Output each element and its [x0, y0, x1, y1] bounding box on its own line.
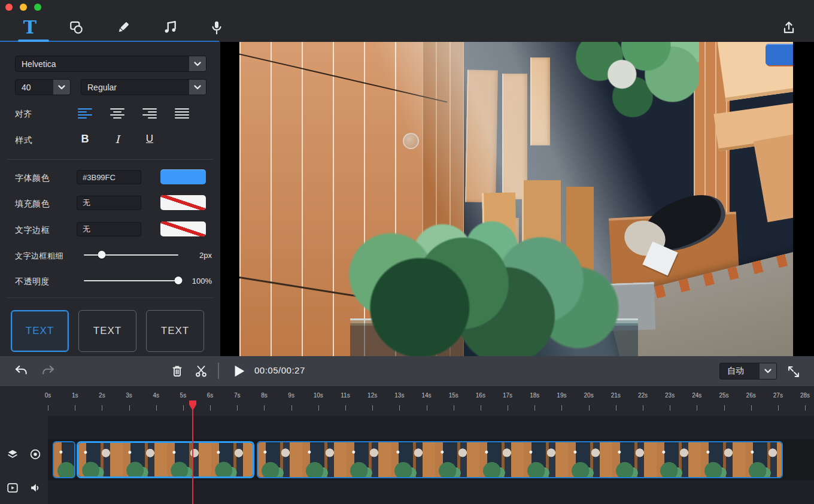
clip-thumbnail: [612, 442, 657, 477]
italic-button[interactable]: I: [110, 132, 124, 146]
ruler-tick-label: 9s: [288, 392, 294, 399]
font-style-select[interactable]: Regular: [81, 79, 206, 95]
audio-track-lane[interactable]: [48, 481, 814, 504]
preview-glass-bubble: [403, 133, 419, 149]
ruler-tick: [454, 405, 454, 411]
clip-thumbnail: [123, 443, 167, 476]
playhead-line: [192, 402, 193, 504]
clip-thumbnail: [167, 443, 211, 476]
microphone-icon: [209, 20, 224, 35]
fill-color-swatch[interactable]: [160, 195, 206, 210]
timeline-clip-selected[interactable]: [77, 441, 254, 478]
ruler-tick-label: 15s: [449, 392, 458, 399]
ruler-tick-label: 11s: [341, 392, 350, 399]
slider-handle[interactable]: [175, 277, 183, 284]
timeline-zoom-select[interactable]: 自动: [719, 363, 777, 379]
trash-icon: [170, 364, 184, 378]
ruler-tick: [616, 405, 616, 411]
track-visibility-toggle[interactable]: [29, 448, 42, 461]
text-tool-icon: T: [23, 19, 37, 37]
text-preset-2[interactable]: TEXT: [78, 310, 136, 352]
ruler-tick-label: 4s: [153, 392, 159, 399]
undo-button[interactable]: [11, 361, 31, 381]
playhead[interactable]: [188, 400, 198, 412]
text-presets: TEXT TEXT TEXT: [11, 310, 204, 352]
split-clip-button[interactable]: [191, 361, 211, 381]
timeline-clip[interactable]: [257, 441, 783, 478]
border-width-slider[interactable]: [84, 249, 178, 261]
align-center-button[interactable]: [110, 107, 124, 120]
align-label: 对齐: [15, 109, 32, 120]
timeline-clip[interactable]: [53, 441, 75, 478]
fullscreen-timeline-button[interactable]: [784, 362, 803, 381]
style-label: 样式: [15, 135, 32, 146]
ruler-tick: [129, 405, 130, 411]
timeline-ruler[interactable]: 0s1s2s3s4s5s6s7s8s9s10s11s12s13s14s15s16…: [0, 386, 814, 416]
video-track-button[interactable]: [6, 481, 19, 494]
delete-clip-button[interactable]: [167, 361, 187, 381]
tab-text[interactable]: T: [18, 16, 42, 40]
clip-thumbnail: [347, 442, 391, 477]
tab-voiceover[interactable]: [205, 16, 229, 40]
border-width-label: 文字边框粗细: [15, 251, 63, 262]
text-preset-3[interactable]: TEXT: [146, 310, 204, 352]
player-bar: 00:05/00:27 自动: [0, 356, 814, 386]
expand-icon: [786, 365, 801, 379]
fill-color-label: 填充颜色: [15, 199, 50, 210]
bold-button[interactable]: B: [78, 132, 92, 146]
overlay-track-button[interactable]: [6, 448, 19, 461]
align-left-button[interactable]: [78, 107, 92, 120]
text-border-swatch[interactable]: [160, 221, 206, 236]
play-button[interactable]: [229, 361, 249, 381]
font-color-input[interactable]: #3B99FC: [77, 170, 141, 184]
ruler-tick-label: 28s: [800, 392, 810, 399]
align-justify-button[interactable]: [175, 107, 189, 120]
clip-thumbnail: [701, 442, 745, 477]
opacity-slider[interactable]: [84, 275, 178, 287]
ruler-tick: [778, 405, 779, 411]
pencil-icon: [116, 20, 131, 35]
redo-button[interactable]: [38, 361, 59, 381]
slider-handle[interactable]: [98, 251, 106, 259]
text-preset-1[interactable]: TEXT: [11, 310, 69, 352]
ruler-tick: [156, 405, 157, 411]
ruler-tick-label: 0s: [45, 392, 51, 399]
fill-color-input[interactable]: 无: [77, 196, 141, 210]
align-right-button[interactable]: [142, 107, 157, 120]
font-size-select[interactable]: 40: [15, 79, 71, 95]
preview-potted-plant: [566, 42, 699, 136]
ruler-tick: [48, 405, 48, 411]
ruler-tick: [481, 405, 481, 411]
opacity-label: 不透明度: [15, 277, 50, 287]
font-family-select[interactable]: Helvetica: [15, 56, 206, 72]
underline-button[interactable]: U: [142, 132, 157, 146]
ruler-tick: [751, 405, 752, 411]
ruler-tick: [210, 405, 211, 411]
close-button[interactable]: [5, 4, 13, 11]
overlay-track-lane[interactable]: [48, 416, 814, 439]
tab-music[interactable]: [158, 16, 182, 40]
ruler-tick: [399, 405, 400, 411]
ruler-tick-label: 17s: [503, 392, 512, 399]
track-header-gutter: [0, 416, 48, 504]
ruler-tick-label: 12s: [367, 392, 377, 399]
ruler-tick: [318, 405, 319, 411]
minimize-button[interactable]: [20, 4, 27, 11]
text-border-input[interactable]: 无: [77, 222, 141, 236]
tab-draw[interactable]: [111, 16, 135, 40]
ruler-tick: [670, 405, 670, 411]
clip-thumbnail: [435, 442, 479, 477]
font-color-swatch[interactable]: [160, 169, 206, 184]
tab-shapes[interactable]: [65, 16, 89, 40]
zoom-button[interactable]: [34, 4, 41, 11]
video-track-lane[interactable]: [48, 440, 814, 479]
layers-icon: [6, 448, 19, 461]
style-buttons: B I U: [78, 132, 157, 146]
video-mute-toggle[interactable]: [29, 481, 42, 494]
ruler-tick-label: 14s: [421, 392, 431, 399]
eye-icon: [29, 448, 42, 461]
clip-thumbnail: [78, 443, 123, 476]
shapes-icon: [69, 20, 84, 35]
clip-thumbnail: [391, 442, 435, 477]
export-button[interactable]: [777, 16, 801, 40]
